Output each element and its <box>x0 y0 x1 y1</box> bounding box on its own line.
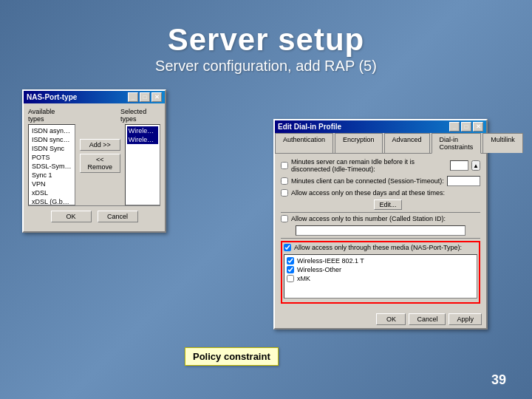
list-item[interactable]: xDSL <box>30 188 73 197</box>
access-days-checkbox[interactable] <box>281 189 288 197</box>
policy-constraint-label: Policy constraint <box>185 347 279 366</box>
selected-listbox[interactable]: Wireless-IEE... Wireless-Other Policy co… <box>125 124 160 205</box>
checkbox-session: Minutes client can be connected (Session… <box>281 176 480 186</box>
radio-wireless-ieee[interactable]: Wireless-IEEE 802.1 T <box>287 257 474 265</box>
dialin-title: Edit Dial-in Profile <box>278 123 341 131</box>
idle-checkbox[interactable] <box>281 162 288 169</box>
add-button[interactable]: Add >> <box>80 139 120 151</box>
tab-dialin[interactable]: Dial-in Constraints <box>432 133 482 154</box>
selected-label: Selected types <box>120 108 160 123</box>
tab-encryption[interactable]: Encryption <box>335 133 383 153</box>
slide: Server setup Server configuration, add R… <box>0 0 532 399</box>
nas-dialog: NAS-Port-type _ □ ✕ Available types Sele… <box>22 89 166 233</box>
content-row: NAS-Port-type _ □ ✕ Available types Sele… <box>0 89 532 233</box>
dialin-footer: OK Cancel Apply <box>275 310 486 328</box>
nas-dialog-body: Available types Selected types ISDN asyn… <box>24 103 165 231</box>
list-item[interactable]: ISDN Sync <box>30 144 73 153</box>
available-listbox[interactable]: ISDN async V.1.0 ISDN sync V.120 ISDN Sy… <box>28 124 75 205</box>
ok-button[interactable]: OK <box>51 211 92 222</box>
titlebar-buttons: _ □ ✕ <box>128 92 162 102</box>
nas-port-checkbox[interactable] <box>284 244 291 251</box>
nas-lists-row: ISDN async V.1.0 ISDN sync V.120 ISDN Sy… <box>28 124 160 205</box>
add-remove-col: Add >> << Remove <box>80 124 120 173</box>
slide-number: 39 <box>491 372 506 388</box>
list-item[interactable]: POTS <box>30 153 73 162</box>
called-station-input[interactable] <box>296 225 466 236</box>
remove-button[interactable]: << Remove <box>80 154 120 173</box>
maximize-btn[interactable]: □ <box>140 92 150 102</box>
checkbox-idle: Minutes server can remain Idle before it… <box>281 158 480 173</box>
idle-spin-up[interactable]: ▲ <box>471 160 480 171</box>
dialin-titlebar: Edit Dial-in Profile _ □ ✕ <box>275 120 486 133</box>
main-title: Server setup <box>155 22 377 58</box>
called-station-checkbox[interactable] <box>281 215 288 222</box>
radio-xmk[interactable]: xMK <box>287 275 474 282</box>
dialin-minimize[interactable]: _ <box>449 122 460 132</box>
available-label: Available types <box>28 108 69 123</box>
list-item[interactable]: ISDN sync V.120 <box>30 135 73 144</box>
title-area: Server setup Server configuration, add R… <box>155 22 377 75</box>
tab-advanced[interactable]: Advanced <box>384 133 430 153</box>
nas-dialog-title: NAS-Port-type <box>27 93 77 101</box>
sub-title: Server configuration, add RAP (5) <box>155 58 377 75</box>
nas-dialog-titlebar: NAS-Port-type _ □ ✕ <box>24 91 165 103</box>
selected-item[interactable]: Wireless-IEE... <box>127 126 158 135</box>
nas-port-listbox[interactable]: Wireless-IEEE 802.1 T Wireless-Other xMK <box>284 254 477 299</box>
selected-item[interactable]: Wireless-Other <box>127 135 158 144</box>
checkbox-called-station: Allow access only to this number (Called… <box>281 215 480 222</box>
tab-multilink[interactable]: Multilink <box>482 133 523 153</box>
checkbox-access-days: Allow access only on these days and at t… <box>281 189 480 197</box>
nas-port-type-section: Allow access only through these media (N… <box>281 241 480 304</box>
left-panel: NAS-Port-type _ □ ✕ Available types Sele… <box>22 89 170 233</box>
tab-bar: Authentication Encryption Advanced Dial-… <box>275 133 486 154</box>
dialin-titlebar-buttons: _ □ ✕ <box>449 122 483 132</box>
session-checkbox[interactable] <box>281 177 288 185</box>
list-item[interactable]: xDSL (G.boot... <box>30 197 73 205</box>
close-btn[interactable]: ✕ <box>151 92 162 102</box>
ok-btn[interactable]: OK <box>376 313 406 325</box>
session-input[interactable] <box>447 176 480 186</box>
list-item[interactable]: Sync 1 <box>30 171 73 180</box>
nas-footer: OK Cancel <box>28 205 160 227</box>
list-item[interactable]: SDSL-Sym c... <box>30 162 73 171</box>
dialin-body: Minutes server can remain Idle before it… <box>275 154 486 310</box>
list-item[interactable]: VPN <box>30 180 73 188</box>
cancel-button[interactable]: Cancel <box>98 211 138 222</box>
checkbox-nas-port: Allow access only through these media (N… <box>284 244 477 251</box>
apply-btn[interactable]: Apply <box>449 313 482 325</box>
dialin-dialog: Edit Dial-in Profile _ □ ✕ Authenticatio… <box>273 119 488 330</box>
right-panel: Edit Dial-in Profile _ □ ✕ Authenticatio… <box>170 89 510 233</box>
list-item[interactable]: ISDN async V.1.0 <box>30 126 73 135</box>
dialin-close[interactable]: ✕ <box>473 122 483 132</box>
idle-input[interactable] <box>450 160 468 171</box>
tab-authentication[interactable]: Authentication <box>275 133 333 153</box>
radio-wireless-other[interactable]: Wireless-Other <box>287 266 474 273</box>
cancel-btn[interactable]: Cancel <box>409 313 446 325</box>
minimize-btn[interactable]: _ <box>128 92 138 102</box>
dialin-maximize[interactable]: □ <box>461 122 471 132</box>
edit-days-button[interactable]: Edit... <box>374 200 401 210</box>
